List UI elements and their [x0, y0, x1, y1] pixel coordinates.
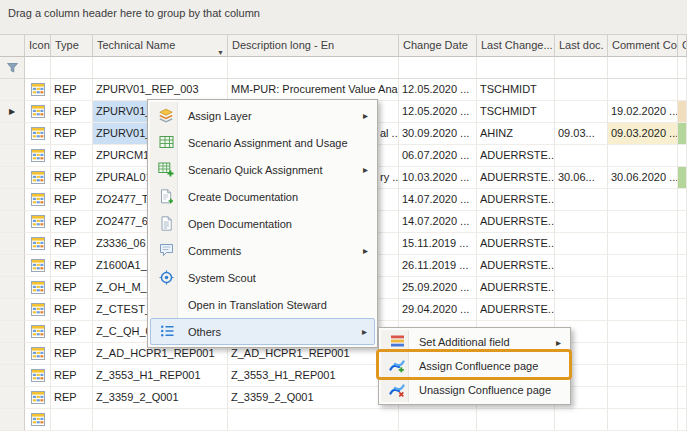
menu-item-assign-confluence-page[interactable]: Assign Confluence page — [381, 354, 568, 378]
cell-lastdoc[interactable] — [555, 101, 608, 123]
cell-lastchg[interactable]: ADUERRSTE... — [477, 233, 555, 255]
cell-c[interactable] — [678, 409, 687, 431]
filter-cell-icon[interactable] — [25, 57, 51, 79]
cell-comment[interactable]: 30.06.2020 ... — [608, 167, 678, 189]
cell-tech[interactable]: Z_3553_H1_REP001 — [93, 365, 228, 387]
cell-change[interactable]: 30.09.2020 ... — [399, 123, 477, 145]
cell-lastdoc[interactable]: 30.06... — [555, 167, 608, 189]
filter-cell-type[interactable] — [51, 57, 93, 79]
cell-c[interactable] — [678, 211, 687, 233]
cell-change[interactable]: 12.05.2020 ... — [399, 101, 477, 123]
cell-c[interactable] — [678, 79, 687, 101]
cell-lastdoc[interactable] — [555, 145, 608, 167]
menu-item-system-scout[interactable]: System Scout — [150, 264, 375, 291]
table-row[interactable]: REPZ_3553_H1_REP001Z_3553_H1_REP001 — [0, 365, 687, 387]
cell-comment[interactable] — [608, 409, 678, 431]
group-by-panel[interactable]: Drag a column header here to group by th… — [0, 0, 687, 35]
table-row[interactable]: REPZPURV01_REP_003MM-PUR: Procurement Va… — [0, 79, 687, 101]
cell-comment[interactable] — [608, 211, 678, 233]
cell-comment[interactable] — [608, 343, 678, 365]
menu-item-open-documentation[interactable]: Open Documentation — [150, 210, 375, 237]
cell-change[interactable]: 14.07.2020 ... — [399, 189, 477, 211]
column-header-c[interactable]: C — [678, 35, 687, 57]
cell-type[interactable]: REP — [51, 321, 93, 343]
cell-type[interactable]: REP — [51, 79, 93, 101]
cell-lastchg[interactable] — [477, 409, 555, 431]
cell-desc[interactable]: MM-PUR: Procurement Value Anal... — [228, 79, 399, 101]
cell-comment[interactable] — [608, 387, 678, 409]
cell-tech[interactable]: Z_3359_2_Q001 — [93, 387, 228, 409]
cell-c[interactable] — [678, 101, 687, 123]
cell-comment[interactable]: 09.03.2020 ... — [608, 123, 678, 145]
cell-lastdoc[interactable] — [555, 409, 608, 431]
cell-lastchg[interactable]: ADUERRSTE... — [477, 255, 555, 277]
cell-lastchg[interactable]: ADUERRSTE... — [477, 145, 555, 167]
cell-type[interactable]: REP — [51, 255, 93, 277]
cell-tech[interactable] — [93, 409, 228, 431]
cell-c[interactable] — [678, 343, 687, 365]
cell-lastchg[interactable]: AHINZ — [477, 123, 555, 145]
table-row[interactable] — [0, 409, 687, 431]
cell-lastchg[interactable]: ADUERRSTE... — [477, 211, 555, 233]
cell-comment[interactable]: 19.02.2020 ... — [608, 101, 678, 123]
filter-cell-c[interactable] — [678, 57, 687, 79]
menu-item-scenario-assignment-and-usage[interactable]: Scenario Assignment and Usage — [150, 129, 375, 156]
cell-type[interactable] — [51, 409, 93, 431]
cell-type[interactable]: REP — [51, 365, 93, 387]
menu-item-scenario-quick-assignment[interactable]: Scenario Quick Assignment▸ — [150, 156, 375, 183]
cell-desc[interactable]: Z_3553_H1_REP001 — [228, 365, 399, 387]
cell-comment[interactable] — [608, 189, 678, 211]
cell-type[interactable]: REP — [51, 277, 93, 299]
cell-c[interactable] — [678, 123, 687, 145]
table-row[interactable]: REPZ_3359_2_Q001Z_3359_2_Q001 — [0, 387, 687, 409]
cell-comment[interactable] — [608, 255, 678, 277]
column-header-type[interactable]: Type — [51, 35, 93, 57]
menu-item-unassign-confluence-page[interactable]: Unassign Confluence page — [381, 378, 568, 402]
filter-cell-lastchg[interactable] — [477, 57, 555, 79]
cell-c[interactable] — [678, 233, 687, 255]
column-header-change[interactable]: Change Date — [399, 35, 477, 57]
cell-comment[interactable] — [608, 365, 678, 387]
cell-type[interactable]: REP — [51, 299, 93, 321]
cell-lastchg[interactable]: TSCHMIDT — [477, 79, 555, 101]
cell-comment[interactable] — [608, 79, 678, 101]
menu-item-comments[interactable]: Comments▸ — [150, 237, 375, 264]
cell-change[interactable]: 10.03.2020 ... — [399, 167, 477, 189]
cell-c[interactable] — [678, 255, 687, 277]
cell-change[interactable]: 25.09.2020 ... — [399, 277, 477, 299]
cell-lastdoc[interactable]: 09.03... — [555, 123, 608, 145]
cell-c[interactable] — [678, 387, 687, 409]
column-header-lastdoc[interactable]: Last doc. — [555, 35, 608, 57]
cell-change[interactable] — [399, 409, 477, 431]
cell-type[interactable]: REP — [51, 343, 93, 365]
cell-desc[interactable] — [228, 409, 399, 431]
cell-lastdoc[interactable] — [555, 211, 608, 233]
cell-c[interactable] — [678, 145, 687, 167]
filter-cell-change[interactable] — [399, 57, 477, 79]
cell-lastdoc[interactable] — [555, 233, 608, 255]
column-header-tech[interactable]: Technical Name▼ — [93, 35, 228, 57]
column-header-comment[interactable]: Comment Co... — [608, 35, 678, 57]
cell-comment[interactable] — [608, 321, 678, 343]
cell-lastdoc[interactable] — [555, 299, 608, 321]
cell-comment[interactable] — [608, 233, 678, 255]
filter-dropdown-icon[interactable]: ▼ — [217, 42, 224, 57]
column-header-lastchg[interactable]: Last Change... — [477, 35, 555, 57]
cell-c[interactable] — [678, 321, 687, 343]
cell-lastdoc[interactable] — [555, 79, 608, 101]
cell-c[interactable] — [678, 189, 687, 211]
cell-tech[interactable]: ZPURV01_REP_003 — [93, 79, 228, 101]
filter-cell-desc[interactable] — [228, 57, 399, 79]
cell-lastdoc[interactable] — [555, 255, 608, 277]
cell-change[interactable]: 14.07.2020 ... — [399, 211, 477, 233]
cell-lastchg[interactable]: ADUERRSTE... — [477, 299, 555, 321]
cell-c[interactable] — [678, 365, 687, 387]
menu-item-others[interactable]: Others▸ — [150, 318, 375, 345]
menu-item-create-documentation[interactable]: Create Documentation — [150, 183, 375, 210]
cell-lastchg[interactable]: TSCHMIDT — [477, 101, 555, 123]
cell-change[interactable]: 12.05.2020 ... — [399, 79, 477, 101]
cell-change[interactable]: 15.11.2019 ... — [399, 233, 477, 255]
cell-type[interactable]: REP — [51, 123, 93, 145]
cell-type[interactable]: REP — [51, 387, 93, 409]
menu-item-set-additional-field[interactable]: Set Additional field▸ — [381, 330, 568, 354]
